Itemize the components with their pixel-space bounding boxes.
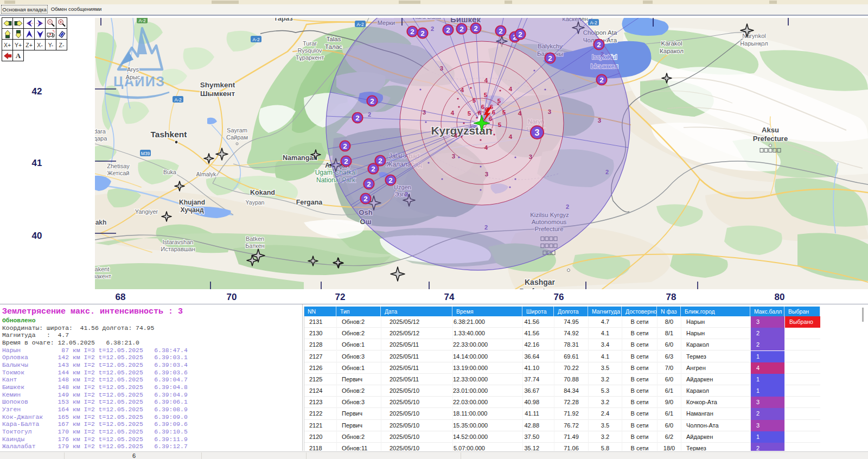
svg-text:A-2: A-2 bbox=[590, 20, 597, 25]
svg-text:чакент: чакент bbox=[95, 273, 111, 279]
svg-text:2: 2 bbox=[405, 191, 408, 197]
svg-text:2: 2 bbox=[484, 224, 488, 231]
svg-text:2: 2 bbox=[355, 114, 360, 122]
svg-text:Сайрам: Сайрам bbox=[226, 134, 248, 141]
svg-text:5: 5 bbox=[473, 97, 476, 104]
svg-text:3: 3 bbox=[529, 154, 532, 160]
svg-text:Арыс: Арыс bbox=[126, 74, 141, 80]
svg-text:Fergana: Fergana bbox=[296, 199, 323, 206]
svg-text:Sayram: Sayram bbox=[227, 127, 247, 133]
svg-text:2: 2 bbox=[548, 54, 552, 62]
svg-text:2: 2 bbox=[363, 195, 368, 203]
svg-text:6: 6 bbox=[481, 104, 484, 110]
svg-text:2: 2 bbox=[371, 165, 375, 173]
svg-text:Талас: Талас bbox=[325, 43, 342, 50]
svg-text:5: 5 bbox=[468, 110, 471, 117]
svg-text:2: 2 bbox=[370, 97, 374, 105]
svg-text:Buka: Buka bbox=[163, 169, 176, 175]
svg-text:4: 4 bbox=[484, 144, 488, 151]
svg-text:akent: akent bbox=[95, 266, 109, 272]
svg-text:2: 2 bbox=[343, 142, 347, 150]
svg-text:Karakol: Karakol bbox=[661, 40, 682, 47]
svg-text:Yangiyer: Yangiyer bbox=[135, 208, 158, 215]
svg-text:4: 4 bbox=[461, 87, 464, 93]
svg-text:Khujand: Khujand bbox=[179, 199, 205, 206]
svg-text:akh: akh bbox=[95, 219, 107, 226]
svg-text:2: 2 bbox=[431, 25, 434, 32]
svg-text:A-2: A-2 bbox=[252, 37, 260, 42]
svg-text:2: 2 bbox=[368, 111, 371, 118]
svg-text:4: 4 bbox=[518, 110, 522, 117]
svg-text:3: 3 bbox=[485, 171, 488, 177]
svg-text:2: 2 bbox=[367, 180, 371, 188]
svg-text:4: 4 bbox=[509, 133, 513, 140]
svg-text:Istaravshan: Istaravshan bbox=[163, 239, 194, 245]
svg-text:рдара: рдара bbox=[95, 135, 107, 142]
svg-text:Тұраркент: Тұраркент bbox=[296, 54, 324, 61]
svg-text:2: 2 bbox=[599, 76, 604, 84]
svg-text:M39: M39 bbox=[141, 151, 150, 156]
svg-text:rdara: rdara bbox=[95, 128, 106, 135]
svg-text:6: 6 bbox=[489, 116, 492, 122]
svg-text:Shymkent: Shymkent bbox=[200, 81, 235, 89]
svg-text:Batken: Batken bbox=[246, 235, 264, 242]
svg-text:Нарынқол: Нарынқол bbox=[740, 40, 768, 47]
svg-text:Истаравшан: Истаравшан bbox=[161, 246, 195, 252]
svg-text:4: 4 bbox=[451, 110, 455, 116]
svg-text:2: 2 bbox=[499, 27, 503, 35]
svg-text:3: 3 bbox=[598, 117, 601, 124]
svg-text:4: 4 bbox=[454, 132, 458, 139]
svg-text:Prefecture: Prefecture bbox=[519, 287, 557, 289]
svg-text:2: 2 bbox=[420, 29, 425, 37]
svg-text:2: 2 bbox=[446, 26, 450, 34]
svg-text:Turar: Turar bbox=[303, 40, 317, 47]
svg-text:Kokand: Kokand bbox=[250, 189, 275, 196]
svg-text:4: 4 bbox=[484, 77, 488, 84]
svg-text:5: 5 bbox=[497, 98, 501, 104]
svg-text:2: 2 bbox=[410, 28, 414, 36]
svg-text:Шымкент: Шымкент bbox=[200, 90, 235, 98]
svg-text:Тараз: Тараз bbox=[273, 18, 292, 22]
svg-text:Tashkent: Tashkent bbox=[151, 130, 187, 139]
svg-text:2: 2 bbox=[601, 51, 604, 58]
svg-text:2: 2 bbox=[388, 176, 393, 184]
svg-text:Almalyk: Almalyk bbox=[196, 171, 217, 177]
svg-text:Хуҷанд: Хуҷанд bbox=[180, 206, 203, 214]
svg-text:2: 2 bbox=[344, 157, 348, 165]
svg-text:6: 6 bbox=[492, 109, 495, 116]
svg-text:3: 3 bbox=[440, 65, 443, 72]
svg-text:A-2: A-2 bbox=[356, 22, 364, 27]
svg-text:A-2: A-2 bbox=[138, 18, 146, 23]
svg-text:2: 2 bbox=[605, 169, 609, 175]
svg-text:3: 3 bbox=[423, 109, 426, 116]
svg-text:2: 2 bbox=[566, 203, 569, 210]
svg-text:Rysqulov: Rysqulov bbox=[297, 47, 322, 54]
svg-text:2: 2 bbox=[474, 24, 478, 33]
svg-text:A-2: A-2 bbox=[174, 97, 182, 103]
svg-text:2: 2 bbox=[378, 157, 382, 165]
svg-text:Каракол: Каракол bbox=[660, 48, 684, 54]
svg-text:5: 5 bbox=[502, 109, 506, 116]
svg-text:Yaypan: Yaypan bbox=[246, 199, 265, 206]
svg-text:Prefecture: Prefecture bbox=[753, 135, 788, 143]
svg-text:3: 3 bbox=[535, 128, 540, 137]
svg-text:5: 5 bbox=[484, 92, 488, 98]
svg-text:4: 4 bbox=[509, 86, 513, 92]
svg-text:2: 2 bbox=[459, 25, 464, 33]
svg-text:Talas: Talas bbox=[327, 36, 341, 42]
svg-text:3: 3 bbox=[548, 109, 551, 115]
svg-text:Aksu: Aksu bbox=[762, 126, 779, 134]
svg-text:2: 2 bbox=[518, 30, 522, 39]
svg-text:3: 3 bbox=[452, 153, 455, 160]
svg-text:Kashgar: Kashgar bbox=[525, 278, 556, 286]
svg-text:Баткен: Баткен bbox=[245, 243, 264, 249]
svg-text:Жетісай: Жетісай bbox=[107, 170, 129, 176]
svg-text:2: 2 bbox=[597, 41, 601, 49]
svg-text:Arys: Arys bbox=[127, 66, 139, 73]
svg-text:Zhetisay: Zhetisay bbox=[107, 163, 130, 169]
svg-text:5: 5 bbox=[498, 122, 502, 128]
